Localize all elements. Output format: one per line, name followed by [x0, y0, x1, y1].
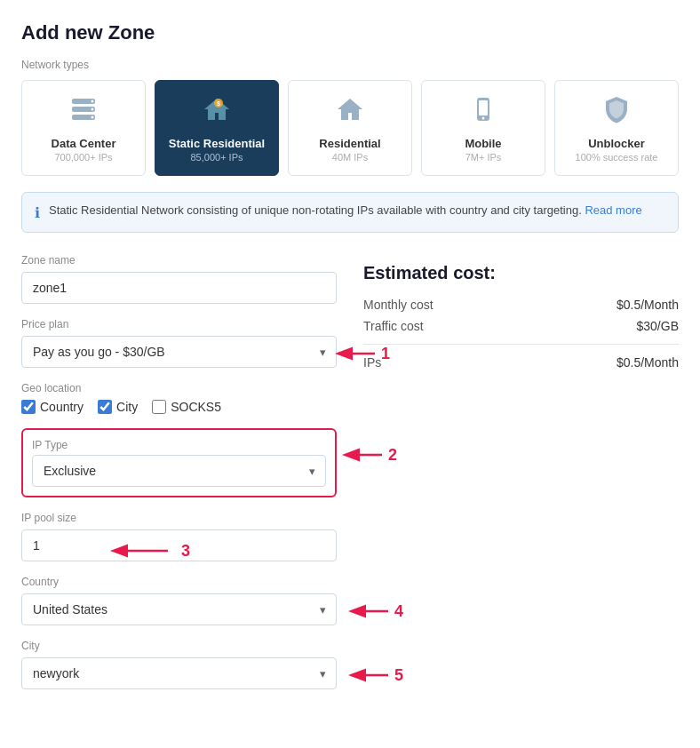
data-center-name: Data Center [31, 137, 136, 150]
city-checkbox[interactable] [98, 400, 112, 414]
traffic-cost-label: Traffic cost [363, 319, 424, 333]
ip-type-box: IP Type Exclusive 2 [21, 428, 337, 497]
country-checkbox-label[interactable]: Country [21, 400, 84, 414]
monthly-cost-value: $0.5/Month [616, 298, 679, 312]
estimated-cost-title: Estimated cost: [363, 263, 679, 283]
unblocker-name: Unblocker [564, 137, 669, 150]
country-wrapper: United States [21, 593, 337, 625]
static-residential-name: Static Residential [164, 137, 269, 150]
network-card-mobile[interactable]: Mobile 7M+ IPs [421, 80, 545, 176]
traffic-cost-value: $30/GB [637, 319, 679, 333]
ip-pool-size-label: IP pool size [21, 512, 337, 524]
annotation-3: 3 [181, 542, 190, 561]
ip-pool-size-group: IP pool size 3 [21, 512, 337, 561]
svg-point-5 [91, 116, 94, 119]
network-types-container: Data Center 700,000+ IPs $ Static Reside… [21, 80, 679, 176]
mobile-icon [431, 93, 536, 131]
static-residential-icon: $ [164, 93, 269, 131]
socks5-checkbox-label[interactable]: SOCKS5 [152, 400, 221, 414]
annotation-4: 4 [394, 602, 403, 621]
network-types-label: Network types [21, 59, 679, 71]
static-residential-count: 85,000+ IPs [164, 152, 269, 163]
svg-point-4 [91, 108, 94, 111]
svg-point-10 [482, 117, 485, 120]
city-label: City [21, 640, 337, 652]
price-plan-select[interactable]: Pay as you go - $30/GB [21, 336, 337, 368]
main-layout: Zone name Price plan Pay as you go - $30… [21, 254, 679, 704]
price-plan-wrapper: Pay as you go - $30/GB [21, 336, 337, 368]
zone-name-input[interactable] [21, 272, 337, 304]
geo-location-label: Geo location [21, 382, 337, 394]
ip-type-wrapper: Exclusive [32, 455, 326, 487]
network-card-data-center[interactable]: Data Center 700,000+ IPs [21, 80, 146, 176]
traffic-cost-row: Traffic cost $30/GB [363, 319, 679, 333]
data-center-count: 700,000+ IPs [31, 152, 136, 163]
network-card-static-residential[interactable]: $ Static Residential 85,000+ IPs [155, 80, 279, 176]
info-text: Static Residential Network consisting of… [49, 203, 642, 217]
residential-icon [298, 93, 402, 131]
ip-type-label: IP Type [32, 439, 326, 451]
info-banner: ℹ Static Residential Network consisting … [21, 192, 679, 233]
country-checkbox[interactable] [21, 400, 36, 414]
city-group: City newyork 5 [21, 640, 337, 689]
ips-value: $0.5/Month [616, 355, 679, 370]
mobile-name: Mobile [431, 137, 536, 150]
country-group: Country United States 4 [21, 576, 337, 625]
info-icon: ℹ [35, 204, 40, 221]
zone-name-group: Zone name [21, 254, 337, 304]
read-more-link[interactable]: Read more [585, 203, 641, 217]
svg-rect-9 [479, 100, 488, 115]
annotation-5: 5 [394, 666, 403, 685]
residential-name: Residential [298, 137, 402, 150]
geo-location-group: Geo location Country City SOCKS5 [21, 382, 337, 414]
monthly-cost-label: Monthly cost [363, 298, 434, 312]
geo-checkboxes: Country City SOCKS5 [21, 400, 337, 414]
unblocker-icon [564, 93, 669, 131]
residential-count: 40M IPs [298, 152, 402, 163]
mobile-count: 7M+ IPs [431, 152, 536, 163]
ip-type-select[interactable]: Exclusive [32, 455, 326, 487]
price-plan-group: Price plan Pay as you go - $30/GB 1 [21, 318, 337, 368]
country-select[interactable]: United States [21, 593, 337, 625]
svg-point-3 [91, 100, 94, 103]
price-plan-label: Price plan [21, 318, 337, 330]
zone-name-label: Zone name [21, 254, 337, 267]
city-select[interactable]: newyork [21, 657, 337, 689]
country-label: Country [21, 576, 337, 588]
socks5-checkbox[interactable] [152, 400, 166, 414]
page-title: Add new Zone [21, 21, 679, 44]
monthly-cost-row: Monthly cost $0.5/Month [363, 298, 679, 312]
ips-cost-row: IPs $0.5/Month [363, 355, 679, 370]
network-card-unblocker[interactable]: Unblocker 100% success rate [554, 80, 679, 176]
unblocker-count: 100% success rate [564, 152, 669, 163]
left-panel: Zone name Price plan Pay as you go - $30… [21, 254, 337, 704]
right-panel: Estimated cost: Monthly cost $0.5/Month … [363, 254, 679, 704]
annotation-1: 1 [381, 345, 390, 363]
city-checkbox-label[interactable]: City [98, 400, 138, 414]
ip-pool-size-input[interactable] [21, 529, 337, 561]
city-wrapper: newyork [21, 657, 337, 689]
annotation-2: 2 [388, 446, 397, 465]
cost-divider [363, 344, 679, 345]
svg-text:$: $ [217, 100, 220, 107]
network-card-residential[interactable]: Residential 40M IPs [288, 80, 412, 176]
estimated-cost-section: Estimated cost: Monthly cost $0.5/Month … [363, 263, 679, 370]
data-center-icon [31, 93, 136, 131]
